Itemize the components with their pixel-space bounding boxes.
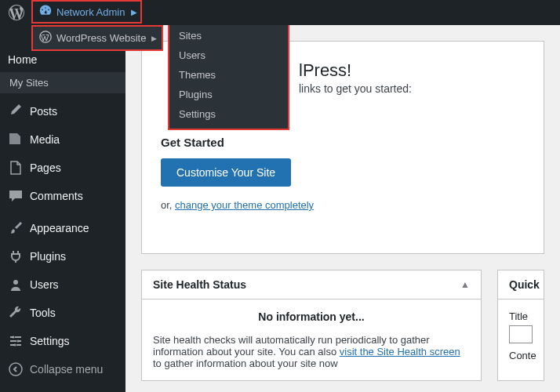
or-text: or, [161, 199, 175, 211]
gauge-icon [39, 5, 52, 20]
sidebar-pages[interactable]: Pages [0, 154, 125, 182]
wrench-icon [8, 305, 24, 321]
chevron-right-icon: ▶ [151, 34, 157, 42]
quick-draft-box: Quick Title Conte [497, 270, 544, 381]
wp-logo-icon[interactable] [0, 0, 33, 25]
sidebar-label: Plugins [30, 250, 66, 263]
site-health-desc2: to gather information about your site no… [153, 358, 338, 369]
page-icon [8, 160, 24, 176]
quick-draft-title: Quick [509, 278, 540, 291]
svg-point-3 [17, 340, 20, 343]
network-admin-label: Network Admin [56, 6, 125, 18]
site-health-link[interactable]: visit the Site Health screen [340, 346, 460, 358]
sidebar-label: Users [30, 278, 59, 291]
site-switcher-flyout: WordPress Website ▶ [31, 25, 163, 51]
sidebar-label: Tools [30, 307, 56, 319]
sidebar-label: Comments [30, 190, 83, 202]
svg-point-5 [9, 363, 22, 376]
site-health-box: Site Health Status ▲ No information yet.… [141, 270, 482, 381]
site-name-label: WordPress Website [56, 32, 146, 44]
get-started-heading: Get Started [161, 136, 525, 149]
svg-point-1 [13, 280, 18, 285]
collapse-menu[interactable]: Collapse menu [0, 355, 125, 383]
plug-icon [8, 249, 24, 264]
comment-icon [8, 188, 24, 204]
chevron-right-icon: ▶ [131, 8, 137, 16]
collapse-icon [8, 361, 24, 377]
site-health-title: Site Health Status [153, 278, 246, 291]
sidebar-label: Appearance [30, 222, 89, 234]
sidebar-users[interactable]: Users [0, 270, 125, 299]
sidebar-settings[interactable]: Settings [0, 327, 125, 355]
sidebar-comments[interactable]: Comments [0, 182, 125, 210]
sidebar-label: Posts [30, 105, 57, 118]
welcome-subtitle: links to get you started: [299, 82, 525, 95]
content-label: Conte [509, 350, 533, 361]
sidebar-posts[interactable]: Posts [0, 97, 125, 125]
sidebar-label: Home [8, 53, 37, 66]
sidebar-label: Collapse menu [30, 363, 103, 376]
toggle-up-icon[interactable]: ▲ [460, 279, 470, 290]
user-icon [8, 277, 24, 292]
svg-point-4 [14, 344, 16, 347]
submenu-users[interactable]: Users [169, 45, 288, 65]
change-theme-link[interactable]: change your theme completely [175, 199, 314, 211]
no-info-text: No information yet... [153, 310, 470, 323]
submenu-themes[interactable]: Themes [169, 65, 288, 85]
sidebar-label: Settings [30, 335, 70, 347]
sliders-icon [8, 333, 24, 349]
sidebar-mysites[interactable]: My Sites [0, 72, 125, 93]
brush-icon [8, 220, 24, 236]
submenu-sites[interactable]: Sites [169, 26, 288, 45]
site-switcher-item[interactable]: WordPress Website ▶ [33, 27, 162, 49]
media-icon [8, 132, 24, 147]
wp-logo-icon [39, 31, 52, 45]
submenu-plugins[interactable]: Plugins [169, 85, 288, 104]
network-admin-menu[interactable]: Network Admin ▶ [31, 0, 142, 24]
sidebar-tools[interactable]: Tools [0, 299, 125, 327]
admin-sidebar: Home My Sites Posts Media Pages Comments… [0, 25, 125, 392]
sidebar-media[interactable]: Media [0, 125, 125, 154]
svg-point-2 [13, 336, 15, 339]
title-input[interactable] [509, 325, 533, 343]
customise-site-button[interactable]: Customise Your Site [161, 158, 291, 187]
pin-icon [8, 103, 24, 119]
sidebar-label: Media [30, 133, 60, 146]
submenu-settings[interactable]: Settings [169, 104, 288, 124]
welcome-title: lPress! [299, 60, 525, 81]
sidebar-plugins[interactable]: Plugins [0, 242, 125, 270]
sidebar-appearance[interactable]: Appearance [0, 214, 125, 242]
title-label: Title [509, 310, 533, 322]
sidebar-label: Pages [30, 162, 61, 174]
